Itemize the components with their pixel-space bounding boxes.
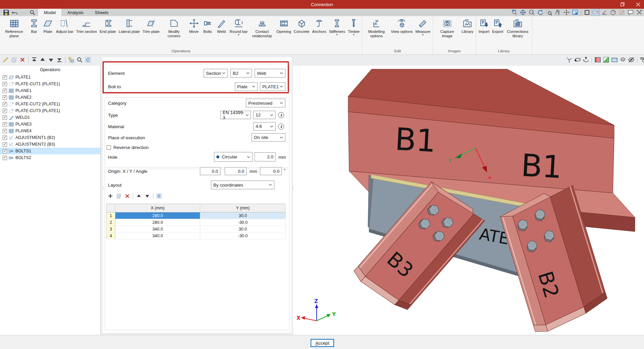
ribbon-button-modify-corners[interactable]: Modify corners [161, 16, 187, 48]
move-view-icon[interactable] [562, 9, 571, 16]
ribbon-button-library[interactable]: Library [460, 16, 475, 48]
move-top-icon[interactable] [31, 56, 38, 63]
protractor-icon[interactable] [609, 9, 617, 16]
comments-icon[interactable] [627, 9, 635, 16]
material-info-icon[interactable]: i [278, 123, 284, 130]
bolt-to-type-select[interactable]: Plate [235, 82, 258, 91]
copy-icon[interactable] [115, 192, 122, 200]
tree-item-plate-cut2[interactable]: PLATE-CUT2 (PLATE1) [0, 101, 100, 107]
ribbon-button-adjust-bar[interactable]: Adjust bar [55, 16, 75, 48]
3d-scene[interactable]: B1 B1 Y x ATE [293, 66, 644, 335]
tab-sheets[interactable]: Sheets [89, 9, 114, 16]
recycle-icon[interactable] [155, 192, 163, 200]
origin-y-input[interactable]: 0.0 [225, 167, 247, 175]
tree-item-adjustment2[interactable]: ADJUSTMENT2 (B3) [0, 141, 100, 148]
ribbon-button-weld[interactable]: Weld [215, 16, 228, 48]
table-row[interactable]: 2280.0-30.0 [107, 219, 286, 226]
solid-view-icon[interactable] [583, 9, 591, 16]
delete-icon[interactable] [19, 56, 26, 63]
redo-icon[interactable] [20, 9, 27, 16]
new-window-icon[interactable] [571, 9, 579, 16]
hole-clearance-input[interactable]: 2.0 [255, 152, 276, 161]
ribbon-button-trim-section[interactable]: Trim section [75, 16, 98, 48]
tree-item-plane3[interactable]: PLANE3 [0, 121, 100, 128]
move-up-icon[interactable] [39, 56, 46, 63]
checkbox[interactable] [3, 122, 7, 127]
ribbon-button-lateral-plate[interactable]: Lateral plate [117, 16, 141, 48]
ribbon-button-end-plate[interactable]: End plate [98, 16, 117, 48]
zoom-previous-icon[interactable] [510, 9, 518, 16]
tab-analysis[interactable]: Analysis [61, 9, 89, 16]
type-standard-select[interactable]: EN 14399-3 [220, 111, 251, 119]
tree-item-plate-cut3[interactable]: PLATE-CUT3 (PLATE1) [0, 107, 100, 114]
3d-settings-icon[interactable]: 3D [639, 56, 644, 63]
element-location-select[interactable]: Web [255, 69, 285, 78]
checkbox[interactable] [3, 136, 7, 140]
dimension-scale-icon[interactable]: 1.00 [592, 9, 600, 16]
copy-icon[interactable] [10, 56, 18, 63]
table-row[interactable]: 4340.0-30.0 [107, 233, 286, 239]
add-icon[interactable] [107, 192, 114, 200]
rotate-view-icon[interactable] [582, 56, 590, 63]
zoom-fit-icon[interactable] [519, 9, 527, 16]
checkbox[interactable] [3, 142, 7, 147]
ribbon-button-trim-plate[interactable]: Trim plate [141, 16, 161, 48]
move-bottom-icon[interactable] [56, 56, 63, 63]
checkbox[interactable] [3, 109, 7, 113]
orbit-icon[interactable] [574, 56, 581, 63]
tree-item-plane4[interactable]: PLANE4 [0, 128, 100, 134]
move-down-icon[interactable] [144, 192, 151, 200]
refresh-icon[interactable] [84, 56, 92, 63]
tree-item-plane2[interactable]: PLANE2 [0, 94, 100, 101]
origin-angle-input[interactable]: 0.0 [260, 167, 282, 175]
tree-item-plate1[interactable]: PLATE1 [0, 74, 100, 81]
table-row[interactable]: 1280.030.0 [107, 212, 286, 219]
x-column-header[interactable]: X (mm) [115, 204, 200, 212]
tools-icon[interactable] [635, 9, 643, 16]
ribbon-button-contact-relationship[interactable]: Contact relationship [249, 16, 275, 48]
checkbox[interactable] [3, 149, 7, 153]
search-icon[interactable] [29, 9, 36, 16]
ribbon-button-timber[interactable]: Timber▾ [346, 16, 361, 48]
transparency-icon[interactable] [594, 56, 601, 63]
axes-icon[interactable] [566, 56, 573, 63]
element-part-select[interactable]: Section [204, 69, 228, 78]
hide-icon[interactable] [628, 56, 635, 63]
ribbon-button-bar[interactable]: Bar [27, 16, 41, 48]
type-size-select[interactable]: 12 [253, 111, 276, 119]
ribbon-button-anchors[interactable]: Anchors [311, 16, 327, 48]
type-info-icon[interactable]: i [278, 112, 284, 118]
delete-icon[interactable] [123, 192, 131, 200]
material-select[interactable]: 4.6 [253, 122, 276, 131]
tree-view-icon[interactable] [67, 56, 75, 63]
search-icon[interactable] [76, 56, 83, 63]
tree-item-plane1[interactable]: PLANE1 [0, 87, 100, 94]
layout-select[interactable]: By coordinates [211, 181, 274, 189]
checkbox[interactable] [3, 82, 7, 86]
3d-viewport[interactable]: B1 B1 Y x ATE [293, 66, 644, 335]
undo-icon[interactable] [11, 9, 18, 16]
element-member-select[interactable]: B2 [230, 69, 252, 78]
edit-icon[interactable] [2, 56, 9, 63]
tab-model[interactable]: Model [38, 9, 61, 16]
bolt-to-target-select[interactable]: PLATE1 [260, 82, 285, 91]
zoom-x2-icon[interactable]: ×2 [528, 9, 536, 16]
place-of-execution-select[interactable]: On site [252, 133, 285, 142]
move-up-icon[interactable] [135, 192, 143, 200]
tree-item-plate-cut1[interactable]: PLATE-CUT1 (PLATE1) [0, 81, 100, 87]
ribbon-button-import[interactable]: Import [477, 16, 491, 48]
checkbox[interactable] [3, 102, 7, 106]
checkbox[interactable] [3, 95, 7, 100]
move-down-icon[interactable] [47, 56, 55, 63]
pan-icon[interactable] [554, 9, 562, 16]
restore-window-button[interactable] [619, 1, 626, 8]
ribbon-button-round-bar[interactable]: Round bar▾ [228, 16, 249, 48]
ribbon-button-opening[interactable]: Opening [275, 16, 292, 48]
ribbon-button-plate[interactable]: Plate [41, 16, 55, 48]
ribbon-button-modelling-options[interactable]: Modelling options [363, 16, 389, 48]
close-window-button[interactable] [635, 1, 641, 8]
hole-shape-select[interactable]: Circular [214, 152, 253, 162]
tree-item-adjustment1[interactable]: ADJUSTMENT1 (B2) [0, 134, 100, 141]
category-select[interactable]: Prestressed [246, 99, 285, 107]
ribbon-button-capture-image[interactable]: Capture image [434, 16, 460, 48]
